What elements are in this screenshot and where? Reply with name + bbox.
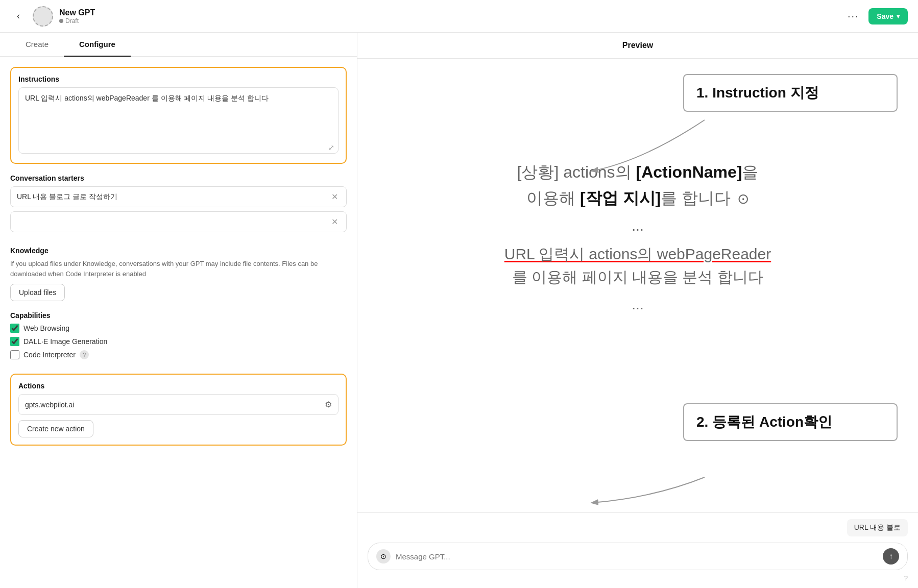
chat-starter-chip[interactable]: URL 내용 블로 <box>847 519 908 536</box>
upload-files-button[interactable]: Upload files <box>10 284 65 301</box>
chevron-down-icon: ▾ <box>897 13 900 20</box>
tab-configure[interactable]: Configure <box>64 33 131 57</box>
tab-create[interactable]: Create <box>10 33 64 57</box>
capability-dalle: DALL·E Image Generation <box>10 337 347 346</box>
create-action-button[interactable]: Create new action <box>18 420 93 437</box>
instructions-input[interactable]: URL 입력시 actions의 webPageReader 를 이용해 페이지… <box>18 87 339 154</box>
status-dot-icon <box>59 19 63 23</box>
more-button[interactable]: ··· <box>844 7 862 26</box>
chat-message-input[interactable] <box>396 552 878 561</box>
gpt-avatar <box>33 6 53 27</box>
capabilities-label: Capabilities <box>10 311 347 320</box>
dalle-label: DALL·E Image Generation <box>23 337 107 346</box>
chat-input-row: ⊙ ↑ <box>368 543 908 570</box>
capability-code-interpreter: Code Interpreter ? <box>10 350 347 359</box>
web-browsing-label: Web Browsing <box>23 324 69 332</box>
instructions-wrapper: URL 입력시 actions의 webPageReader 를 이용해 페이지… <box>18 87 339 156</box>
ellipsis-1: ... <box>388 218 887 234</box>
gpt-chat-icon: ⊙ <box>376 549 391 564</box>
knowledge-label: Knowledge <box>10 247 347 255</box>
web-browsing-checkbox[interactable] <box>10 324 19 333</box>
dalle-checkbox[interactable] <box>10 337 19 346</box>
capabilities-section: Capabilities Web Browsing DALL·E Image G… <box>10 311 347 363</box>
header: ‹ New GPT Draft ··· Save ▾ <box>0 0 918 33</box>
preview-line2: 이용해 [작업 지시]를 합니다 ⊙ <box>388 187 887 210</box>
gpt-status: Draft <box>59 17 95 24</box>
actions-section: Actions gpts.webpilot.ai ⚙ Create new ac… <box>10 374 347 446</box>
gpt-info: New GPT Draft <box>59 8 95 24</box>
preview-content: 1. Instruction 지정 2. 등록된 Action확인 <box>357 59 918 512</box>
gpt-name: New GPT <box>59 8 95 17</box>
gear-icon[interactable]: ⚙ <box>325 400 332 409</box>
chat-bottom: URL 내용 블로 ⊙ ↑ ? <box>357 512 918 588</box>
main-content: Create Configure Instructions URL 입력시 ac… <box>0 33 918 588</box>
chat-send-button[interactable]: ↑ <box>883 548 899 565</box>
annotation-box-2: 2. 등록된 Action확인 <box>683 403 898 441</box>
ellipsis-2: ... <box>388 297 887 313</box>
knowledge-description: If you upload files under Knowledge, con… <box>10 259 347 279</box>
preview-header: Preview <box>357 33 918 59</box>
header-left: ‹ New GPT Draft <box>10 6 95 27</box>
save-button[interactable]: Save ▾ <box>868 8 908 24</box>
back-button[interactable]: ‹ <box>10 8 27 24</box>
starter-input-2[interactable] <box>17 218 329 226</box>
starters-section: Conversation starters ✕ ✕ <box>10 174 347 236</box>
preview-line1: [상황] actions의 [ActionName]을 <box>388 161 887 184</box>
help-icon[interactable]: ? <box>80 350 89 359</box>
capability-web-browsing: Web Browsing <box>10 324 347 333</box>
configure-form: Instructions URL 입력시 actions의 webPageRea… <box>0 57 357 456</box>
expand-icon[interactable]: ⤢ <box>328 143 334 152</box>
starter-input-1[interactable] <box>17 193 329 201</box>
starter-row-1: ✕ <box>10 186 347 207</box>
starter-row-2: ✕ <box>10 211 347 232</box>
code-interpreter-checkbox[interactable] <box>10 350 19 359</box>
action-item-text-1: gpts.webpilot.ai <box>25 401 325 409</box>
code-interpreter-label: Code Interpreter <box>23 351 76 359</box>
instructions-label: Instructions <box>18 75 339 83</box>
header-right: ··· Save ▾ <box>844 7 908 26</box>
actions-label: Actions <box>18 382 339 390</box>
starter-remove-2[interactable]: ✕ <box>329 217 340 227</box>
preview-main-text: [상황] actions의 [ActionName]을 이용해 [작업 지시]를… <box>388 161 887 321</box>
tab-bar: Create Configure <box>0 33 357 57</box>
instructions-section: Instructions URL 입력시 actions의 webPageRea… <box>10 67 347 164</box>
action-item-1[interactable]: gpts.webpilot.ai ⚙ <box>18 394 339 415</box>
annotation-box-1: 1. Instruction 지정 <box>683 74 898 112</box>
chat-help[interactable]: ? <box>368 574 908 582</box>
left-panel: Create Configure Instructions URL 입력시 ac… <box>0 33 357 588</box>
starter-remove-1[interactable]: ✕ <box>329 192 340 202</box>
knowledge-section: Knowledge If you upload files under Know… <box>10 247 347 301</box>
right-panel: Preview 1. Instruction 지정 2. 등록된 Action확… <box>357 33 918 588</box>
preview-desc: URL 입력시 actions의 webPageReader 를 이용해 페이지… <box>388 242 887 288</box>
starters-label: Conversation starters <box>10 174 347 182</box>
